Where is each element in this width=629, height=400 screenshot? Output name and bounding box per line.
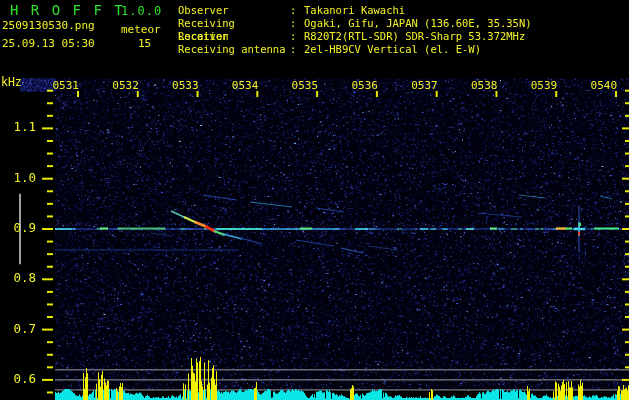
app-title: H R O F F T — [10, 2, 125, 18]
info-value: 2el-HB9CV Vertical (el. E-W) — [304, 43, 481, 56]
freq-tick-label: 0.7 — [2, 322, 36, 336]
time-tick-label: 0533 — [171, 80, 199, 92]
info-separator: : — [290, 43, 304, 56]
info-row: Receiver:R820T2(RTL-SDR) SDR-Sharp 53.37… — [178, 30, 532, 43]
info-label: Receiver — [178, 30, 290, 43]
info-separator: : — [290, 30, 304, 43]
freq-tick-label: 1.1 — [2, 120, 36, 134]
time-tick-label: 0539 — [529, 80, 557, 92]
info-separator: : — [290, 17, 304, 30]
time-tick-label: 0540 — [589, 80, 617, 92]
info-label: Observer — [178, 4, 290, 17]
info-row: Receiving Location:Ogaki, Gifu, JAPAN (1… — [178, 17, 532, 30]
info-value: Takanori Kawachi — [304, 4, 405, 17]
freq-tick-label: 0.9 — [2, 221, 36, 235]
hrofft-output-image: H R O F F T 1.0.0 2509130530.png meteor … — [0, 0, 629, 400]
info-label: Receiving Location — [178, 17, 290, 30]
time-tick-label: 0535 — [290, 80, 318, 92]
echo-count: 15 — [138, 37, 151, 50]
info-row: Observer:Takanori Kawachi — [178, 4, 532, 17]
info-separator: : — [290, 4, 304, 17]
time-tick-label: 0537 — [410, 80, 438, 92]
spectrogram-canvas — [0, 0, 629, 400]
time-tick-label: 0531 — [51, 80, 79, 92]
mode-label: meteor — [121, 23, 161, 36]
time-tick-label: 0532 — [111, 80, 139, 92]
station-info-block: Observer:Takanori KawachiReceiving Locat… — [178, 4, 532, 56]
info-row: Receiving antenna:2el-HB9CV Vertical (el… — [178, 43, 532, 56]
time-tick-label: 0538 — [469, 80, 497, 92]
freq-tick-label: 1.0 — [2, 171, 36, 185]
output-filename: 2509130530.png — [2, 19, 95, 32]
info-value: R820T2(RTL-SDR) SDR-Sharp 53.372MHz — [304, 30, 525, 43]
info-value: Ogaki, Gifu, JAPAN (136.60E, 35.35N) — [304, 17, 532, 30]
app-version: 1.0.0 — [121, 4, 162, 18]
freq-axis-unit-label: kHz — [1, 75, 22, 89]
observation-datetime: 25.09.13 05:30 — [2, 37, 95, 50]
freq-tick-label: 0.8 — [2, 271, 36, 285]
freq-tick-label: 0.6 — [2, 372, 36, 386]
info-label: Receiving antenna — [178, 43, 290, 56]
time-tick-label: 0536 — [350, 80, 378, 92]
time-tick-label: 0534 — [230, 80, 258, 92]
